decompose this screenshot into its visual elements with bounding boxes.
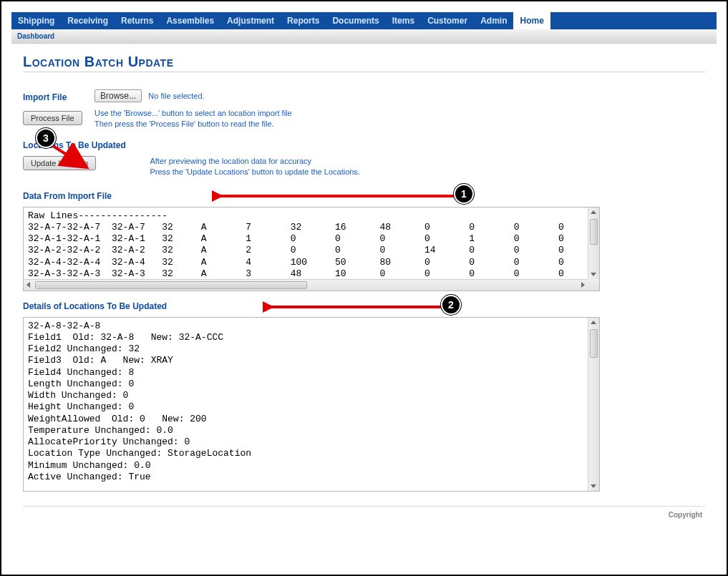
- page-title: Location Batch Update: [23, 54, 705, 72]
- nav-home[interactable]: Home: [513, 12, 550, 29]
- nav-reports[interactable]: Reports: [281, 12, 326, 29]
- browse-button[interactable]: Browse...: [94, 89, 142, 102]
- arrow-1: [212, 189, 460, 203]
- import-hint-1: Use the 'Browse...' button to select an …: [94, 108, 292, 119]
- nav-returns[interactable]: Returns: [115, 12, 160, 29]
- panel1-vscroll[interactable]: [588, 208, 599, 279]
- import-data-box: Raw Lines---------------- 32-A-7-32-A-7 …: [23, 207, 600, 291]
- nav-admin[interactable]: Admin: [474, 12, 513, 29]
- sub-nav: Dashboard: [11, 29, 717, 44]
- update-hint-1: After previewing the location data for a…: [150, 156, 359, 167]
- arrow-3: [50, 143, 90, 172]
- nav-receiving[interactable]: Receiving: [61, 12, 115, 29]
- panel1-hscroll[interactable]: [24, 279, 588, 291]
- nav-adjustment[interactable]: Adjustment: [220, 12, 281, 29]
- svg-line-2: [53, 146, 84, 166]
- update-hint-2: Press the 'Update Locations' button to u…: [150, 167, 359, 177]
- nav-shipping[interactable]: Shipping: [11, 12, 61, 29]
- panel1-resize-grip[interactable]: [588, 279, 599, 291]
- arrow-2: [263, 300, 447, 314]
- callout-2: 2: [441, 295, 461, 315]
- details-content: 32-A-8-32-A-8 Field1 Old: 32-A-8 New: 32…: [24, 318, 599, 487]
- nav-items[interactable]: Items: [386, 12, 421, 29]
- nav-assemblies[interactable]: Assemblies: [160, 12, 220, 29]
- nav-documents[interactable]: Documents: [326, 12, 385, 29]
- import-file-label: Import File: [23, 89, 94, 102]
- main-nav: Shipping Receiving Returns Assemblies Ad…: [11, 12, 717, 29]
- import-hint-2: Then press the 'Process File' button to …: [94, 119, 292, 130]
- callout-3: 3: [36, 128, 56, 148]
- panel2-vscroll[interactable]: [588, 318, 599, 491]
- no-file-text: No file selected.: [148, 92, 204, 100]
- subnav-dashboard[interactable]: Dashboard: [17, 32, 54, 40]
- details-box: 32-A-8-32-A-8 Field1 Old: 32-A-8 New: 32…: [23, 317, 600, 492]
- process-file-button[interactable]: Process File: [23, 111, 82, 125]
- footer-copyright: Copyright: [23, 506, 705, 523]
- callout-1: 1: [454, 184, 474, 204]
- nav-customer[interactable]: Customer: [421, 12, 474, 29]
- locations-heading: Locations To Be Updated: [23, 140, 705, 150]
